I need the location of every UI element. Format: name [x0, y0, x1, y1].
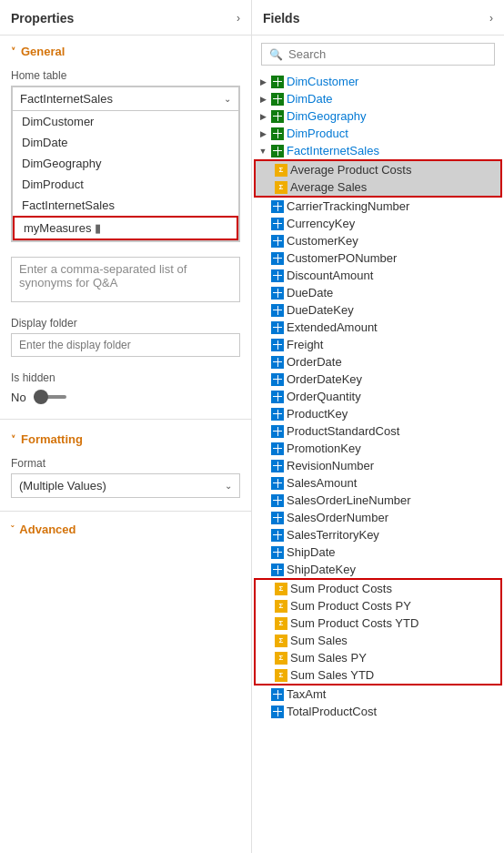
tree-item-dimproduct[interactable]: ▶ DimProduct	[252, 125, 504, 142]
field-icon-ea	[271, 321, 284, 334]
tree-item-orderdate[interactable]: OrderDate	[252, 353, 504, 371]
dropdown-item-dimproduct[interactable]: DimProduct	[13, 174, 238, 195]
spacer-5	[257, 236, 268, 247]
format-select[interactable]: (Multiple Values) ⌄	[11, 473, 240, 498]
tree-item-salesorderlinenumber[interactable]: SalesOrderLineNumber	[252, 492, 504, 509]
field-icon-soln	[271, 494, 284, 507]
format-group: Format (Multiple Values) ⌄	[0, 452, 251, 507]
tree-item-duedate[interactable]: DueDate	[252, 284, 504, 301]
field-icon-ddk	[271, 304, 284, 317]
spacer-11	[257, 340, 268, 350]
home-table-select[interactable]: FactInternetSales ⌄ DimCustomer DimDate …	[11, 86, 240, 242]
tree-item-salesamount[interactable]: SalesAmount	[252, 474, 504, 492]
display-folder-input[interactable]	[11, 333, 240, 357]
fields-panel: Fields › 🔍 ▶ DimCustomer ▶ DimDate ▶	[252, 0, 504, 853]
synonyms-input[interactable]: Enter a comma-separated list of synonyms…	[11, 257, 240, 302]
field-icon-custk	[271, 235, 284, 248]
tree-item-dimgeography[interactable]: ▶ DimGeography	[252, 107, 504, 125]
dropdown-item-factinternetsales[interactable]: FactInternetSales	[13, 195, 238, 216]
tree-item-duedatekey[interactable]: DueDateKey	[252, 301, 504, 319]
tree-item-taxamt[interactable]: TaxAmt	[252, 685, 504, 703]
productstandardcost-label: ProductStandardCost	[287, 424, 399, 438]
tree-item-discountamount[interactable]: DiscountAmount	[252, 267, 504, 284]
dropdown-item-mymeasures[interactable]: myMeasures ▮	[13, 216, 238, 240]
productkey-label: ProductKey	[287, 407, 348, 421]
tree-item-sum-product-costs-ytd[interactable]: Σ Sum Product Costs YTD	[256, 614, 500, 632]
dropdown-item-dimcustomer[interactable]: DimCustomer	[13, 111, 238, 132]
salesordernumber-label: SalesOrderNumber	[287, 511, 388, 524]
orderdatekey-label: OrderDateKey	[287, 372, 362, 386]
spacer-28	[261, 635, 272, 646]
tree-item-average-product-costs[interactable]: Σ Average Product Costs	[256, 161, 500, 178]
spacer-1	[261, 165, 272, 176]
spacer-30	[261, 670, 272, 681]
duedatekey-label: DueDateKey	[287, 303, 354, 317]
table-icon-factinternetsales	[271, 145, 284, 157]
tree-item-orderdatekey[interactable]: OrderDateKey	[252, 371, 504, 388]
tree-item-sum-sales-py[interactable]: Σ Sum Sales PY	[256, 649, 500, 666]
tree-item-shipdate[interactable]: ShipDate	[252, 543, 504, 561]
tree-item-sum-sales[interactable]: Σ Sum Sales	[256, 632, 500, 649]
format-value: (Multiple Values)	[19, 479, 106, 493]
discountamount-label: DiscountAmount	[287, 269, 373, 282]
search-input[interactable]	[288, 47, 487, 61]
is-hidden-group: Is hidden No	[0, 366, 251, 415]
tree-item-customerponumber[interactable]: CustomerPONumber	[252, 249, 504, 267]
tree-item-orderquantity[interactable]: OrderQuantity	[252, 388, 504, 405]
factinternetsales-label: FactInternetSales	[287, 144, 379, 157]
tree-item-customerkey[interactable]: CustomerKey	[252, 232, 504, 249]
taxamt-label: TaxAmt	[287, 687, 326, 701]
field-icon-son	[271, 512, 284, 524]
tree-item-promotionkey[interactable]: PromotionKey	[252, 440, 504, 457]
spacer-17	[257, 443, 268, 454]
tree-item-average-sales[interactable]: Σ Average Sales	[256, 178, 500, 196]
fields-tree: ▶ DimCustomer ▶ DimDate ▶ DimGeography ▶	[252, 73, 504, 720]
promotionkey-label: PromotionKey	[287, 442, 361, 455]
tree-item-sum-sales-ytd[interactable]: Σ Sum Sales YTD	[256, 666, 500, 684]
fields-expand-icon[interactable]: ›	[489, 12, 493, 25]
tree-item-totalproductcost[interactable]: TotalProductCost	[252, 703, 504, 720]
home-table-selected[interactable]: FactInternetSales ⌄	[12, 86, 239, 111]
tree-item-dimdate[interactable]: ▶ DimDate	[252, 90, 504, 107]
field-icon-tax	[271, 688, 284, 701]
tree-item-sum-product-costs[interactable]: Σ Sum Product Costs	[256, 580, 500, 597]
tree-item-freight[interactable]: Freight	[252, 336, 504, 353]
properties-expand-icon[interactable]: ›	[237, 12, 240, 25]
tree-item-salesordernumber[interactable]: SalesOrderNumber	[252, 509, 504, 526]
measure-icon-spcytd: Σ	[275, 617, 287, 630]
table-icon-dimdate	[271, 93, 284, 106]
expand-factinternetsales-icon: ▼	[257, 146, 268, 157]
tree-item-factinternetsales[interactable]: ▼ FactInternetSales	[252, 142, 504, 159]
spacer-4	[257, 218, 268, 229]
tree-item-currencykey[interactable]: CurrencyKey	[252, 215, 504, 232]
spacer-20	[257, 495, 268, 506]
is-hidden-label: Is hidden	[11, 371, 240, 384]
advanced-chevron-icon: ˇ	[11, 524, 14, 534]
tree-item-extendedamount[interactable]: ExtendedAmount	[252, 319, 504, 336]
spacer-14	[257, 391, 268, 402]
measure-icon-sspy: Σ	[275, 652, 287, 665]
salesamount-label: SalesAmount	[287, 476, 357, 490]
tree-item-salesterritorykey[interactable]: SalesTerritoryKey	[252, 526, 504, 543]
properties-title: Properties	[11, 11, 74, 25]
measure-icon-as: Σ	[275, 181, 287, 194]
tree-item-shipdatekey[interactable]: ShipDateKey	[252, 561, 504, 578]
tree-item-revisionnumber[interactable]: RevisionNumber	[252, 457, 504, 474]
tree-item-sum-product-costs-py[interactable]: Σ Sum Product Costs PY	[256, 597, 500, 614]
tree-item-dimcustomer[interactable]: ▶ DimCustomer	[252, 73, 504, 90]
sum-product-costs-py-label: Sum Product Costs PY	[290, 599, 411, 613]
field-icon-da	[271, 269, 284, 282]
tree-item-productkey[interactable]: ProductKey	[252, 405, 504, 422]
field-icon-psc	[271, 425, 284, 438]
spacer-32	[257, 706, 268, 717]
dropdown-item-dimdate[interactable]: DimDate	[13, 132, 238, 153]
field-icon-oq	[271, 391, 284, 403]
is-hidden-toggle[interactable]	[34, 390, 66, 404]
tree-item-productstandardcost[interactable]: ProductStandardCost	[252, 422, 504, 440]
spacer-25	[261, 584, 272, 594]
carriertrackingnumber-label: CarrierTrackingNumber	[287, 199, 409, 213]
dimdate-label: DimDate	[287, 92, 333, 106]
is-hidden-value: No	[11, 391, 26, 404]
tree-item-carriertrackingnumber[interactable]: CarrierTrackingNumber	[252, 198, 504, 215]
dropdown-item-dimgeography[interactable]: DimGeography	[13, 153, 238, 174]
